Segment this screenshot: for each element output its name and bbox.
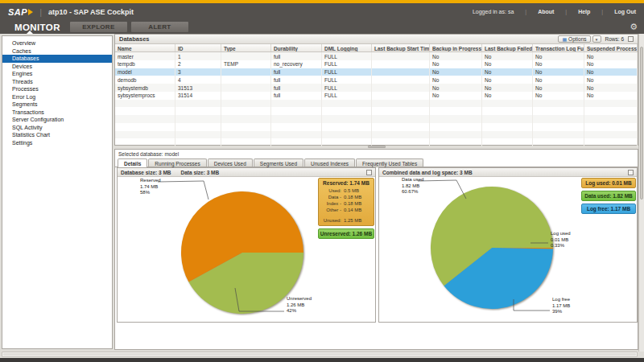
table-cell (115, 123, 175, 131)
table-cell: No (584, 92, 638, 100)
title-divider: | (39, 7, 42, 17)
sidebar-item-threads[interactable]: Threads (2, 78, 112, 86)
tab-details[interactable]: Details (118, 158, 147, 167)
table-cell (322, 107, 372, 115)
table-row-tempdb[interactable]: tempdb2TEMPno_recoveryFULLNoNoNoNo (115, 60, 638, 68)
database-size-panel-header: Database size: 3 MB Data size: 3 MB (118, 168, 375, 177)
sidebar-item-devices[interactable]: Devices (2, 63, 112, 71)
reserved-legend-rows: Used:0.5 MBData -0.18 MBIndex -0.18 MBOt… (321, 187, 371, 224)
table-cell (372, 76, 430, 84)
table-row-sybsystemdb[interactable]: sybsystemdb31513fullFULLNoNoNoNo (115, 84, 638, 92)
table-cell: No (584, 52, 638, 60)
table-row-sybsystemprocs[interactable]: sybsystemprocs31514fullFULLNoNoNoNo (115, 92, 638, 100)
sidebar-item-databases[interactable]: Databases (2, 55, 112, 63)
column-header-id[interactable]: ID (175, 44, 221, 51)
table-cell (430, 100, 482, 108)
column-header-suspended-processes[interactable]: Suspended Processes (584, 44, 638, 51)
table-cell (430, 115, 482, 123)
database-size-panel: Database size: 3 MB Data size: 3 MB Rese… (117, 167, 376, 323)
logout-link[interactable]: Log Out (614, 9, 636, 14)
sidebar-item-engines[interactable]: Engines (2, 70, 112, 78)
tab-devices-used[interactable]: Devices Used (208, 158, 253, 167)
table-toolbar: ▦ Options ▼ Rows: 6 (558, 35, 634, 43)
table-cell: No (482, 92, 533, 100)
help-link[interactable]: Help (578, 9, 590, 14)
sidebar-item-sql-activity[interactable]: SQL Activity (2, 124, 112, 132)
unreserved-badge: Unreserved: 1.26 MB (318, 228, 374, 239)
column-header-backup-in-progress[interactable]: Backup in Progress (430, 44, 482, 51)
tab-monitor[interactable]: MONITOR (14, 23, 60, 32)
pie-group (431, 187, 553, 309)
tab-alert[interactable]: ALERT (131, 22, 188, 32)
sidebar-item-segments[interactable]: Segments (2, 101, 112, 109)
table-cell: No (430, 60, 482, 68)
main-nav: MONITOR EXPLORE ALERT (0, 20, 644, 34)
table-cell: No (430, 52, 482, 60)
vertical-scrollbar[interactable] (638, 34, 644, 352)
table-cell: No (584, 60, 638, 68)
column-header-last-backup-failed[interactable]: Last Backup Failed (482, 44, 533, 51)
tab-unused-indexes[interactable]: Unused Indexes (304, 158, 355, 167)
data-size-title: Data size: 3 MB (181, 170, 220, 175)
databases-panel-header: Databases ▦ Options ▼ Rows: 6 (115, 35, 638, 44)
table-cell (221, 68, 271, 76)
table-cell (322, 131, 372, 139)
selected-database-label: Selected database: model (115, 150, 638, 158)
gear-icon[interactable]: ⚙ (630, 22, 638, 32)
table-cell (221, 76, 271, 84)
table-row-demodb[interactable]: demodb4fullFULLNoNoNoNo (115, 76, 638, 84)
horizontal-scrollbar[interactable] (2, 352, 638, 357)
column-header-last-backup-start-time[interactable]: Last Backup Start Time (372, 44, 430, 51)
sidebar-item-server-configuration[interactable]: Server Configuration (2, 116, 112, 124)
column-header-transaction-log-full[interactable]: Transaction Log Full (533, 44, 584, 51)
tab-running-processes[interactable]: Running Processes (148, 158, 206, 167)
about-link[interactable]: About (538, 9, 554, 14)
table-cell (430, 107, 482, 115)
tab-segments-used[interactable]: Segments Used (254, 158, 303, 167)
sidebar-item-processes[interactable]: Processes (2, 85, 112, 93)
table-cell: full (271, 92, 322, 100)
sidebar-item-settings[interactable]: Settings (2, 139, 112, 147)
detail-tabs: DetailsRunning ProcessesDevices UsedSegm… (115, 158, 638, 167)
column-header-durability[interactable]: Durability (271, 44, 322, 51)
table-cell: No (533, 60, 584, 68)
sidebar-item-error-log[interactable]: Error Log (2, 93, 112, 101)
table-cell: FULL (322, 52, 372, 60)
databases-panel-title: Databases (119, 35, 150, 43)
data-used-badge: Data used: 1.82 MB (581, 191, 636, 201)
combined-space-title: Combined data and log space: 3 MB (382, 170, 473, 175)
collapse-panel-icon[interactable] (628, 170, 634, 175)
sidebar-item-caches[interactable]: Caches (2, 47, 112, 56)
table-row-model[interactable]: model3fullFULLNoNoNoNo (115, 68, 638, 76)
collapse-panel-icon[interactable] (366, 170, 372, 175)
legend-row: Data -0.18 MB (321, 194, 371, 200)
table-cell (322, 123, 372, 131)
legend-row: Used:0.5 MB (321, 187, 371, 194)
sidebar-item-overview[interactable]: Overview (2, 39, 112, 47)
vertical-scrollbar-thumb[interactable] (640, 47, 643, 200)
table-cell (115, 131, 175, 139)
collapse-panel-icon[interactable] (628, 36, 634, 42)
table-row-master[interactable]: master1fullFULLNoNoNoNo (115, 52, 638, 60)
table-cell (482, 123, 533, 131)
table-cell (221, 100, 271, 108)
table-cell (372, 92, 430, 100)
tab-frequently-used-tables[interactable]: Frequently Used Tables (356, 158, 423, 167)
table-cell: FULL (322, 68, 372, 76)
table-cell: No (533, 84, 584, 92)
top-links: Logged in as: sa | About | Help | Log Ou… (473, 9, 636, 14)
table-cell: full (271, 76, 322, 84)
column-header-name[interactable]: Name (115, 44, 175, 51)
legend-row: Other -0.14 MB (321, 207, 371, 213)
sidebar-item-statistics-chart[interactable]: Statistics Chart (2, 131, 112, 139)
active-tab-notch (27, 31, 33, 34)
options-dropdown-button[interactable]: ▼ (592, 35, 601, 43)
horizontal-scrollbar-thumb[interactable] (3, 353, 636, 356)
footer-strip (0, 358, 644, 362)
column-header-dml-logging[interactable]: DML Logging (322, 44, 372, 51)
sidebar-item-transactions[interactable]: Transactions (2, 109, 112, 117)
column-header-type[interactable]: Type (221, 44, 271, 51)
table-cell (221, 107, 271, 115)
tab-explore[interactable]: EXPLORE (70, 22, 127, 32)
options-button[interactable]: ▦ Options (558, 35, 590, 43)
